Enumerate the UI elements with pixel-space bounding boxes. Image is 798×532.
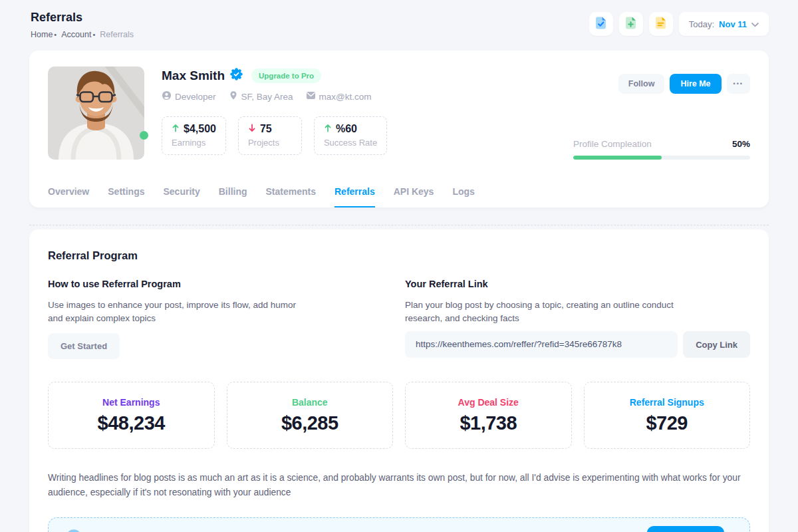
referral-link-column: Your Referral Link Plan your blog post b… bbox=[405, 279, 750, 359]
chevron-down-icon bbox=[751, 19, 759, 29]
referral-program-card: Referral Program How to use Referral Pro… bbox=[29, 229, 769, 532]
how-to-body: Use images to enhance your post, improve… bbox=[48, 299, 297, 325]
completion-progress-bar bbox=[573, 156, 750, 160]
tab-billing[interactable]: Billing bbox=[219, 186, 247, 207]
breadcrumb-home[interactable]: Home bbox=[31, 30, 53, 39]
profile-circle-icon bbox=[162, 90, 172, 102]
profile-completion: Profile Compleation 50% bbox=[573, 139, 750, 160]
profile-header: Max Smith Upgrade to Pro Developer bbox=[29, 51, 769, 160]
tab-statements[interactable]: Statements bbox=[266, 186, 316, 207]
hire-me-button[interactable]: Hire Me bbox=[670, 74, 721, 94]
metric-avg-deal-size: Avg Deal Size $1,738 bbox=[405, 382, 572, 449]
date-selector[interactable]: Today: Nov 11 bbox=[679, 12, 769, 36]
meta-location[interactable]: SF, Bay Area bbox=[229, 90, 293, 102]
metric-balance: Balance $6,285 bbox=[227, 382, 394, 449]
topbar-left: Referrals Home • Account • Referrals bbox=[31, 8, 134, 39]
profile-tabs: Overview Settings Security Billing State… bbox=[48, 186, 475, 207]
document-check-button[interactable] bbox=[589, 12, 613, 36]
completion-percent: 50% bbox=[732, 139, 750, 149]
get-started-button[interactable]: Get Started bbox=[48, 333, 120, 359]
stat-tile-success-rate: %60 Success Rate bbox=[314, 116, 387, 155]
meta-email[interactable]: max@kt.com bbox=[306, 91, 372, 102]
arrow-up-icon bbox=[324, 123, 332, 135]
profile-card: Max Smith Upgrade to Pro Developer bbox=[29, 51, 769, 207]
stat-tile-earnings: $4,500 Earnings bbox=[162, 116, 226, 155]
tab-logs[interactable]: Logs bbox=[452, 186, 474, 207]
referral-link-field[interactable]: https://keenthemes.com/reffer/?refid=345… bbox=[405, 331, 678, 358]
section-divider bbox=[29, 225, 769, 225]
verified-badge-icon bbox=[230, 68, 243, 83]
stat-earnings-value: $4,500 bbox=[184, 123, 216, 135]
tab-overview[interactable]: Overview bbox=[48, 186, 89, 207]
tab-settings[interactable]: Settings bbox=[108, 186, 144, 207]
stat-success-value: %60 bbox=[336, 123, 357, 135]
withdraw-banner: Withdraw Your Money to a Bank Account bbox=[48, 517, 750, 532]
breadcrumb-account[interactable]: Account bbox=[61, 30, 91, 39]
withdraw-action-button[interactable] bbox=[647, 526, 724, 532]
breadcrumb: Home • Account • Referrals bbox=[31, 30, 134, 39]
metric-label: Net Earnings bbox=[102, 397, 160, 408]
date-value: Nov 11 bbox=[719, 19, 747, 29]
topbar: Referrals Home • Account • Referrals Tod… bbox=[31, 8, 769, 39]
tab-api-keys[interactable]: API Keys bbox=[394, 186, 434, 207]
metric-value: $6,285 bbox=[281, 412, 338, 434]
arrow-down-icon bbox=[248, 123, 256, 135]
breadcrumb-separator: • bbox=[54, 31, 57, 39]
profile-actions-area: Follow Hire Me ••• Profile Compleation 5… bbox=[573, 66, 750, 160]
meta-email-label: max@kt.com bbox=[319, 92, 372, 102]
meta-role-label: Developer bbox=[175, 92, 216, 102]
referral-columns: How to use Referral Program Use images t… bbox=[48, 279, 750, 359]
online-status-dot bbox=[140, 131, 148, 140]
date-label: Today: bbox=[689, 19, 714, 29]
how-to-column: How to use Referral Program Use images t… bbox=[48, 279, 405, 359]
stat-projects-label: Projects bbox=[248, 138, 292, 148]
stat-earnings-label: Earnings bbox=[172, 138, 216, 148]
referral-link-body: Plan your blog post by choosing a topic,… bbox=[405, 299, 692, 325]
tab-security[interactable]: Security bbox=[164, 186, 200, 207]
follow-button[interactable]: Follow bbox=[618, 74, 665, 94]
stat-projects-value: 75 bbox=[260, 123, 272, 135]
referral-link-row: https://keenthemes.com/reffer/?refid=345… bbox=[405, 331, 750, 358]
tab-referrals[interactable]: Referrals bbox=[334, 186, 375, 207]
document-check-icon bbox=[595, 17, 606, 31]
metric-referral-signups: Referral Signups $729 bbox=[584, 382, 751, 449]
metric-value: $1,738 bbox=[460, 412, 517, 434]
metric-value: $48,234 bbox=[98, 412, 165, 434]
upgrade-to-pro-badge[interactable]: Upgrade to Pro bbox=[251, 68, 321, 83]
referral-link-heading: Your Referral Link bbox=[405, 279, 750, 289]
referral-note: Writing headlines for blog posts is as m… bbox=[48, 471, 750, 499]
topbar-actions: Today: Nov 11 bbox=[589, 12, 769, 36]
meta-location-label: SF, Bay Area bbox=[241, 92, 293, 102]
completion-label: Profile Compleation bbox=[573, 139, 652, 149]
stat-success-label: Success Rate bbox=[324, 138, 377, 148]
document-lines-icon bbox=[655, 17, 666, 31]
how-to-heading: How to use Referral Program bbox=[48, 279, 405, 289]
profile-stat-tiles: $4,500 Earnings 75 Projects %60 bbox=[162, 116, 573, 155]
action-row: Follow Hire Me ••• bbox=[618, 74, 750, 94]
stat-tile-projects: 75 Projects bbox=[238, 116, 302, 155]
name-row: Max Smith Upgrade to Pro bbox=[162, 68, 573, 83]
metric-label: Referral Signups bbox=[630, 397, 704, 408]
metric-label: Balance bbox=[292, 397, 328, 408]
meta-role[interactable]: Developer bbox=[162, 90, 216, 102]
more-options-button[interactable]: ••• bbox=[727, 74, 750, 94]
profile-main: Max Smith Upgrade to Pro Developer bbox=[162, 66, 573, 160]
copy-link-button[interactable]: Copy Link bbox=[683, 331, 750, 358]
referral-metrics: Net Earnings $48,234 Balance $6,285 Avg … bbox=[48, 382, 750, 449]
referral-program-title: Referral Program bbox=[48, 249, 750, 262]
document-lines-button[interactable] bbox=[649, 12, 673, 36]
metric-value: $729 bbox=[646, 412, 688, 434]
arrow-up-icon bbox=[172, 123, 180, 135]
mail-icon bbox=[306, 91, 316, 102]
breadcrumb-current: Referrals bbox=[100, 30, 134, 39]
profile-meta: Developer SF, Bay Area max@kt.com bbox=[162, 90, 573, 102]
avatar-image bbox=[48, 66, 144, 160]
profile-name[interactable]: Max Smith bbox=[162, 68, 225, 83]
avatar bbox=[48, 66, 144, 160]
breadcrumb-separator: • bbox=[92, 31, 95, 39]
metric-label: Avg Deal Size bbox=[458, 397, 519, 408]
metric-net-earnings: Net Earnings $48,234 bbox=[48, 382, 215, 449]
document-add-button[interactable] bbox=[619, 12, 643, 36]
geolocation-icon bbox=[229, 90, 238, 102]
completion-progress-fill bbox=[573, 156, 662, 160]
